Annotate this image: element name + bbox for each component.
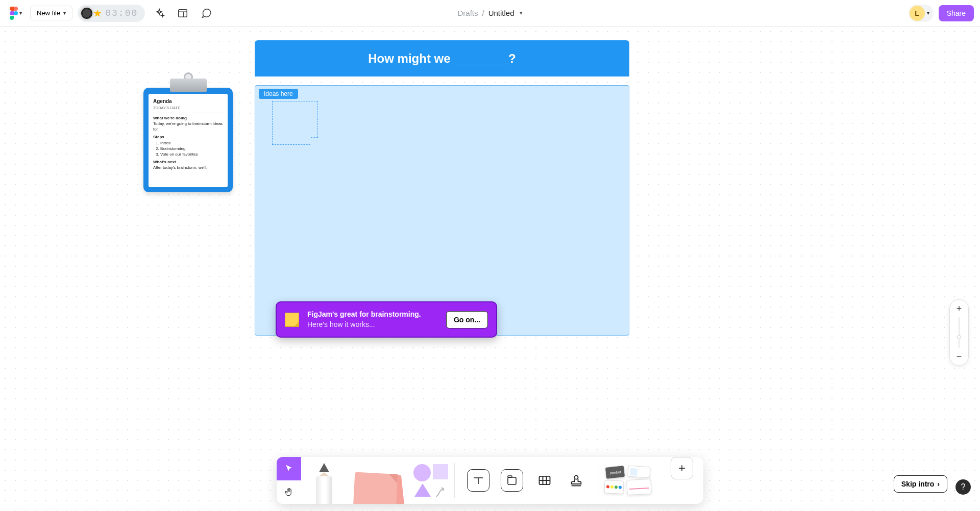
section-tool-button[interactable] xyxy=(501,469,523,492)
chevron-down-icon: ▾ xyxy=(520,10,523,16)
agenda-step: Brainstorming xyxy=(160,146,223,151)
text-tool-button[interactable] xyxy=(467,469,489,492)
stamp-tool-button[interactable] xyxy=(566,470,586,491)
timer-button[interactable]: ★ 03:00 xyxy=(78,5,145,22)
agenda-next-body: After today's brainstorm, we'll... xyxy=(153,165,223,170)
agenda-date: TODAY'S DATE xyxy=(153,106,223,111)
intro-line2: Here's how it works... xyxy=(307,320,438,330)
sticky-note-tool-button[interactable] xyxy=(347,457,408,504)
help-button[interactable]: ? xyxy=(955,479,971,495)
skip-intro-button[interactable]: Skip intro › xyxy=(894,475,947,493)
sticky-icon xyxy=(353,472,398,504)
figma-logo-icon xyxy=(9,7,18,20)
svg-rect-8 xyxy=(508,477,516,484)
new-file-label: New file xyxy=(37,9,60,17)
agenda-step: Vote on our favorites xyxy=(160,151,223,157)
topbar: ▾ New file ▾ ★ 03:00 Drafts / Untitled ▾… xyxy=(0,0,980,27)
agenda-step: Intros xyxy=(160,140,223,146)
prompt-banner[interactable]: How might we ________? xyxy=(255,40,629,76)
chevron-down-icon: ▾ xyxy=(63,10,66,16)
widgets-button[interactable]: Jambot xyxy=(599,457,660,504)
sticky-note-icon xyxy=(285,313,299,327)
agenda-steps-title: Steps xyxy=(153,134,223,140)
bottom-toolbar: Jambot + xyxy=(277,457,703,504)
marker-icon xyxy=(313,463,335,504)
plus-icon: + xyxy=(678,461,685,475)
intro-text: FigJam's great for brainstorming. Here's… xyxy=(307,310,438,329)
breadcrumb-location: Drafts xyxy=(457,9,478,17)
circle-icon xyxy=(413,464,431,481)
stamp-icon xyxy=(569,473,583,488)
share-button[interactable]: Share xyxy=(939,5,974,21)
star-icon: ★ xyxy=(93,7,102,19)
new-file-button[interactable]: New file ▾ xyxy=(30,6,72,20)
chevron-down-icon: ▾ xyxy=(19,10,22,16)
agenda-clipboard[interactable]: Agenda TODAY'S DATE What we're doing Tod… xyxy=(143,88,233,192)
ideas-section[interactable]: Ideas here xyxy=(255,85,629,336)
widget-preview-icon xyxy=(627,465,650,478)
breadcrumb-separator: / xyxy=(482,9,484,17)
user-presence-button[interactable]: L ▾ xyxy=(909,5,934,22)
ideas-label: Ideas here xyxy=(259,89,298,99)
widget-preview-icon xyxy=(626,479,652,495)
square-icon xyxy=(433,464,448,479)
record-disc-icon xyxy=(80,6,94,20)
hand-icon xyxy=(284,487,294,497)
intro-popover: FigJam's great for brainstorming. Here's… xyxy=(276,301,497,338)
zoom-in-button[interactable]: + xyxy=(957,304,962,313)
main-menu-button[interactable]: ▾ xyxy=(6,5,25,22)
layout-icon xyxy=(177,8,188,19)
ai-sparkle-button[interactable] xyxy=(150,4,168,22)
comments-button[interactable] xyxy=(197,4,215,22)
intro-continue-button[interactable]: Go on... xyxy=(446,311,488,328)
agenda-sec1-title: What we're doing xyxy=(153,115,223,121)
avatar: L xyxy=(910,6,925,21)
svg-rect-1 xyxy=(179,9,187,17)
agenda-next-title: What's next xyxy=(153,159,223,165)
canvas[interactable]: How might we ________? Ideas here Agenda… xyxy=(0,27,980,511)
section-icon xyxy=(506,474,518,487)
marker-tool-button[interactable] xyxy=(301,457,347,504)
text-icon xyxy=(472,474,484,487)
triangle-icon xyxy=(414,483,431,497)
breadcrumb-title: Untitled xyxy=(488,9,514,17)
zoom-control: + − xyxy=(949,299,969,366)
svg-rect-9 xyxy=(508,476,512,477)
table-tool-button[interactable] xyxy=(534,470,555,491)
sticky-placeholder[interactable] xyxy=(272,101,318,145)
svg-point-0 xyxy=(14,11,18,15)
select-tool-button[interactable] xyxy=(277,457,301,480)
zoom-thumb[interactable] xyxy=(957,335,961,339)
clipboard-clip-icon xyxy=(170,79,207,92)
breadcrumb[interactable]: Drafts / Untitled ▾ xyxy=(457,9,522,17)
widget-preview-icon xyxy=(604,480,624,494)
connector-arrow-icon xyxy=(434,486,447,501)
zoom-out-button[interactable]: − xyxy=(957,352,962,361)
shapes-tool-button[interactable] xyxy=(408,457,454,504)
speech-bubble-icon xyxy=(201,8,212,19)
zoom-slider[interactable] xyxy=(959,317,960,348)
agenda-sec1-body: Today, we're going to brainstorm ideas f… xyxy=(153,121,223,132)
skip-intro-label: Skip intro xyxy=(901,480,935,488)
agenda-paper: Agenda TODAY'S DATE What we're doing Tod… xyxy=(149,94,228,187)
hand-tool-button[interactable] xyxy=(277,480,301,504)
timer-value: 03:00 xyxy=(105,8,138,18)
widget-preview-icon: Jambot xyxy=(605,465,625,479)
table-icon xyxy=(537,473,552,488)
cursor-icon xyxy=(284,464,294,474)
agenda-title: Agenda xyxy=(153,98,223,105)
intro-line1: FigJam's great for brainstorming. xyxy=(307,310,438,320)
chevron-down-icon: ▾ xyxy=(927,10,929,16)
svg-point-14 xyxy=(575,476,578,479)
layout-view-button[interactable] xyxy=(174,4,192,22)
sparkle-icon xyxy=(154,8,165,19)
chevron-right-icon: › xyxy=(937,480,940,488)
more-tools-button[interactable]: + xyxy=(671,457,693,479)
